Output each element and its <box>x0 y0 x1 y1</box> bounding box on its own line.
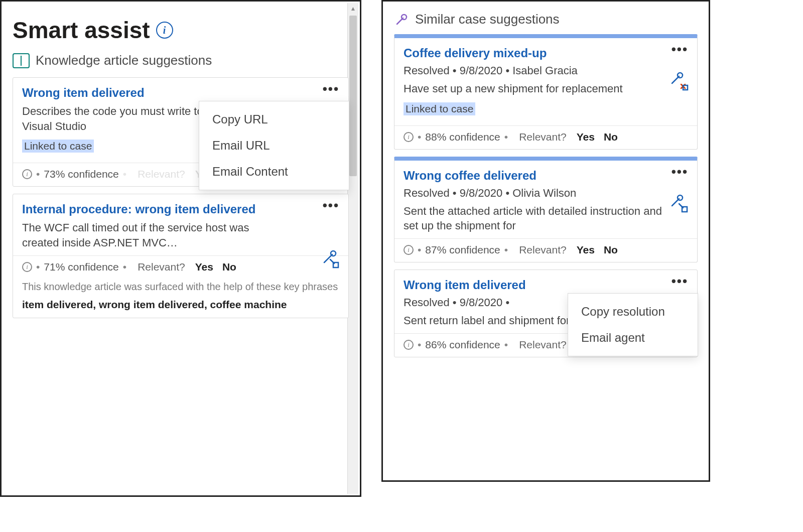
book-icon <box>13 53 30 68</box>
page-title: Smart assist i <box>13 17 349 44</box>
knowledge-section-header: Knowledge article suggestions <box>13 53 349 68</box>
bullet: • <box>123 261 126 273</box>
svg-point-0 <box>331 251 336 256</box>
menu-copy-resolution[interactable]: Copy resolution <box>568 299 698 325</box>
similar-cases-panel: Similar case suggestions Coffee delivery… <box>381 0 710 482</box>
relevant-yes-button[interactable]: Yes <box>577 131 595 143</box>
relevant-label: Relevant? <box>519 131 567 143</box>
link-wrench-icon[interactable] <box>668 192 690 214</box>
relevant-no-button[interactable]: No <box>222 261 236 273</box>
similar-case-card[interactable]: Wrong item delivered ••• Resolved • 9/8/… <box>394 270 698 357</box>
more-actions-button[interactable]: ••• <box>672 278 688 284</box>
more-actions-button[interactable]: ••• <box>672 46 688 52</box>
info-small-icon[interactable]: i <box>404 245 414 255</box>
scroll-up-icon[interactable]: ▲ <box>348 3 358 14</box>
menu-email-url[interactable]: Email URL <box>199 132 349 159</box>
relevant-no-button[interactable]: No <box>604 131 618 143</box>
menu-copy-url[interactable]: Copy URL <box>199 106 349 132</box>
info-small-icon[interactable]: i <box>404 340 414 350</box>
wrench-icon <box>394 12 409 27</box>
menu-email-agent[interactable]: Email agent <box>568 325 698 351</box>
relevant-no-button[interactable]: No <box>604 244 618 256</box>
similar-case-card[interactable]: Coffee delivery mixed-up ••• Resolved • … <box>394 34 698 150</box>
more-actions-button[interactable]: ••• <box>672 169 688 175</box>
knowledge-card[interactable]: Internal procedure: wrong item delivered… <box>13 194 349 318</box>
explain-text: This knowledge article was surfaced with… <box>22 280 339 294</box>
card-meta: Resolved • 9/8/2020 • Isabel Gracia <box>404 64 664 77</box>
confidence-label: 87% confidence <box>425 244 500 256</box>
more-actions-button[interactable]: ••• <box>323 202 339 208</box>
menu-email-content[interactable]: Email Content <box>199 159 349 185</box>
confidence-label: 88% confidence <box>425 131 500 143</box>
card-footer: i • 87% confidence • Relevant? Yes No <box>404 244 688 256</box>
card-actions-menu[interactable]: Copy URL Email URL Email Content <box>199 101 349 190</box>
more-actions-button[interactable]: ••• <box>323 86 339 92</box>
card-title[interactable]: Coffee delivery mixed-up <box>404 46 675 60</box>
bullet: • <box>504 244 508 256</box>
similar-section-header: Similar case suggestions <box>394 12 698 27</box>
card-title[interactable]: Wrong coffee delivered <box>404 169 675 183</box>
card-title[interactable]: Wrong item delivered <box>22 86 293 100</box>
key-phrases: item delivered, wrong item delivered, co… <box>22 298 339 312</box>
relevant-label: Relevant? <box>519 244 567 256</box>
card-footer: i • 88% confidence • Relevant? Yes No <box>404 131 688 143</box>
scroll-thumb[interactable] <box>349 16 357 176</box>
card-actions-menu[interactable]: Copy resolution Email agent <box>568 293 698 356</box>
info-small-icon[interactable]: i <box>22 169 32 179</box>
divider <box>13 255 348 256</box>
info-icon[interactable]: i <box>156 22 173 39</box>
similar-section-label: Similar case suggestions <box>415 12 560 27</box>
confidence-label: 86% confidence <box>425 339 500 351</box>
page-title-text: Smart assist <box>13 17 150 44</box>
scrollbar[interactable]: ▲ <box>347 3 358 494</box>
card-title[interactable]: Internal procedure: wrong item delivered <box>22 202 293 216</box>
similar-case-card[interactable]: Wrong coffee delivered ••• Resolved • 9/… <box>394 157 698 262</box>
confidence-label: 71% confidence <box>44 261 118 273</box>
smart-assist-panel: ▲ Smart assist i Knowledge article sugge… <box>0 0 361 497</box>
divider <box>394 125 697 126</box>
info-small-icon[interactable]: i <box>404 132 414 142</box>
relevant-label: Relevant? <box>138 261 185 273</box>
bullet: • <box>418 339 421 351</box>
bullet: • <box>504 131 508 143</box>
card-footer: i • 71% confidence • Relevant? Yes No <box>22 261 339 273</box>
relevant-yes-button[interactable]: Yes <box>195 261 213 273</box>
bullet: • <box>418 244 421 256</box>
bullet: • <box>36 261 40 273</box>
unlink-wrench-icon[interactable] <box>668 69 690 91</box>
knowledge-section-label: Knowledge article suggestions <box>36 53 212 68</box>
svg-point-5 <box>678 195 683 200</box>
card-description: Sent the attached article with detailed … <box>404 204 664 233</box>
info-small-icon[interactable]: i <box>22 262 32 272</box>
bullet: • <box>123 168 126 180</box>
divider <box>394 238 697 239</box>
relevant-label: Relevant? <box>519 339 567 351</box>
confidence-label: 73% confidence <box>44 168 118 180</box>
linked-to-case-chip: Linked to case <box>22 140 94 153</box>
card-title[interactable]: Wrong item delivered <box>404 278 675 292</box>
bullet: • <box>36 168 40 180</box>
card-meta: Resolved • 9/8/2020 • Olivia Wilson <box>404 187 664 200</box>
knowledge-card[interactable]: Wrong item delivered ••• Describes the c… <box>13 77 349 187</box>
svg-point-2 <box>401 15 407 20</box>
link-wrench-icon <box>319 247 341 270</box>
svg-point-3 <box>678 73 683 78</box>
bullet: • <box>418 131 421 143</box>
card-description: The WCF call timed out if the service ho… <box>22 220 283 250</box>
relevant-label: Relevant? <box>138 168 185 180</box>
card-description: Have set up a new shipment for replaceme… <box>404 81 664 96</box>
linked-to-case-chip: Linked to case <box>404 102 475 115</box>
relevant-yes-button[interactable]: Yes <box>577 244 595 256</box>
bullet: • <box>504 339 508 351</box>
